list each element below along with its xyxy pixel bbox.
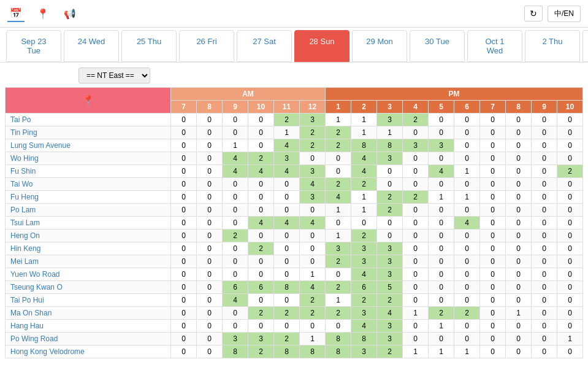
row-name[interactable]: Tai Po Hui — [10, 296, 44, 304]
megaphone-icon[interactable]: 📢 — [61, 5, 78, 22]
cell-0-11: 0 — [454, 114, 480, 126]
row-name[interactable]: Hang Hau — [10, 322, 44, 330]
cell-16-14: 0 — [532, 320, 557, 333]
cell-17-8: 3 — [377, 333, 403, 346]
row-name[interactable]: Po Lam — [10, 206, 36, 214]
cell-1-9: 0 — [403, 126, 429, 139]
row-name[interactable]: Tai Wo — [10, 180, 32, 188]
cell-11-7: 3 — [351, 255, 377, 268]
row-name-cell: Tai Po Hui — [6, 294, 171, 307]
cell-7-6: 1 — [326, 204, 351, 217]
cell-15-10: 2 — [429, 307, 454, 320]
cell-13-4: 8 — [274, 281, 300, 294]
cell-6-11: 1 — [454, 191, 480, 204]
cell-13-15: 0 — [557, 281, 583, 294]
row-name[interactable]: Mei Lam — [10, 257, 39, 266]
cell-18-13: 0 — [506, 346, 532, 358]
cell-12-4: 0 — [274, 268, 300, 281]
row-name[interactable]: Tsui Lam — [10, 218, 40, 227]
row-name[interactable]: Fu Heng — [10, 193, 39, 201]
cell-6-15: 0 — [557, 191, 583, 204]
cell-10-11: 0 — [454, 242, 480, 255]
date-tab-2[interactable]: 25 Thu — [121, 30, 177, 62]
cell-16-1: 0 — [197, 320, 223, 333]
row-name[interactable]: Fu Shin — [10, 167, 36, 176]
row-name[interactable]: Tin Ping — [10, 128, 37, 137]
table-row: Fu Heng0000034122110000 — [6, 191, 583, 204]
pm-hour-6: 6 — [454, 101, 480, 114]
table-row: Ma On Shan0002222341220100 — [6, 307, 583, 320]
table-row: Tin Ping0000122110000000 — [6, 126, 583, 139]
row-name[interactable]: Tseung Kwan O — [10, 283, 63, 292]
cell-11-6: 2 — [326, 255, 351, 268]
row-name[interactable]: Hong Kong Velodrome — [10, 347, 85, 356]
row-name[interactable]: Wo Hing — [10, 154, 39, 163]
cell-17-9: 0 — [403, 333, 429, 346]
cell-14-12: 0 — [480, 294, 506, 307]
row-name[interactable]: Yuen Wo Road — [10, 270, 60, 279]
cell-12-11: 0 — [454, 268, 480, 281]
cell-1-8: 1 — [377, 126, 403, 139]
date-tab-5[interactable]: 28 Sun — [294, 30, 349, 62]
date-tab-1[interactable]: 24 Wed — [64, 30, 119, 62]
cell-1-11: 0 — [454, 126, 480, 139]
am-hour-11: 11 — [274, 101, 300, 114]
location-icon[interactable]: 📍 — [34, 5, 52, 22]
row-name[interactable]: Hin Keng — [10, 244, 40, 253]
cell-1-10: 0 — [429, 126, 454, 139]
cell-3-8: 3 — [377, 152, 403, 165]
row-name[interactable]: Lung Sum Avenue — [10, 141, 71, 150]
cell-6-7: 1 — [351, 191, 377, 204]
date-tab-8[interactable]: Oct 1 Wed — [467, 30, 522, 62]
row-name[interactable]: Po Wing Road — [10, 334, 58, 343]
cell-15-3: 2 — [248, 307, 274, 320]
cell-14-5: 2 — [300, 294, 326, 307]
date-tab-0[interactable]: Sep 23 Tue — [6, 30, 61, 62]
cell-4-1: 0 — [197, 165, 223, 178]
cell-6-13: 0 — [506, 191, 532, 204]
cell-16-9: 0 — [403, 320, 429, 333]
toolbar-right: ↻ 中/EN — [524, 6, 581, 22]
row-name[interactable]: Heng On — [10, 231, 40, 240]
refresh-button[interactable]: ↻ — [524, 6, 543, 21]
cell-10-4: 0 — [274, 242, 300, 255]
cell-13-7: 6 — [351, 281, 377, 294]
cell-17-6: 8 — [326, 333, 351, 346]
cell-17-11: 0 — [454, 333, 480, 346]
cell-6-1: 0 — [197, 191, 223, 204]
cell-4-5: 3 — [300, 165, 326, 178]
date-tab-7[interactable]: 30 Tue — [410, 30, 465, 62]
cell-0-8: 3 — [377, 114, 403, 126]
cell-0-0: 0 — [171, 114, 197, 126]
calendar-icon[interactable]: 📅 — [7, 5, 25, 22]
cell-14-7: 2 — [351, 294, 377, 307]
row-name[interactable]: Ma On Shan — [10, 309, 52, 317]
row-name-cell: Tai Wo — [6, 178, 171, 191]
row-name[interactable]: Tai Po — [10, 115, 31, 124]
cell-15-2: 0 — [223, 307, 248, 320]
cell-16-0: 0 — [171, 320, 197, 333]
cell-7-1: 0 — [197, 204, 223, 217]
cell-3-11: 0 — [454, 152, 480, 165]
date-tab-4[interactable]: 27 Sat — [237, 30, 292, 62]
date-tab-3[interactable]: 26 Fri — [179, 30, 234, 62]
cell-12-6: 0 — [326, 268, 351, 281]
cell-15-8: 4 — [377, 307, 403, 320]
cell-6-6: 4 — [326, 191, 351, 204]
cell-1-4: 1 — [274, 126, 300, 139]
region-select[interactable]: == NT East == — [78, 68, 150, 83]
cell-2-0: 0 — [171, 139, 197, 152]
cell-6-10: 1 — [429, 191, 454, 204]
lang-button[interactable]: 中/EN — [548, 6, 581, 22]
cell-6-9: 2 — [403, 191, 429, 204]
cell-0-5: 3 — [300, 114, 326, 126]
cell-5-3: 0 — [248, 178, 274, 191]
row-name-cell: Tai Po — [6, 114, 171, 126]
date-tab-9[interactable]: 2 Thu — [525, 30, 580, 62]
cell-2-11: 0 — [454, 139, 480, 152]
cell-2-10: 3 — [429, 139, 454, 152]
cell-16-2: 0 — [223, 320, 248, 333]
cell-4-9: 0 — [403, 165, 429, 178]
date-tab-10[interactable]: 3 Fri — [582, 30, 588, 62]
date-tab-6[interactable]: 29 Mon — [352, 30, 407, 62]
